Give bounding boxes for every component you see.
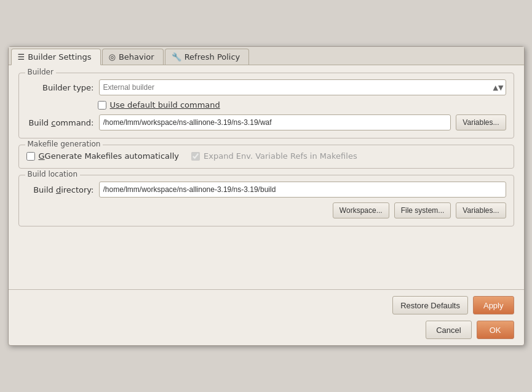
restore-defaults-button[interactable]: Restore Defaults: [392, 296, 468, 314]
tab-behavior-label: Behavior: [119, 52, 154, 62]
builder-section: Builder Builder type: ▲▼ Use default bui…: [18, 73, 514, 138]
builder-settings-icon: ☰: [18, 52, 25, 62]
build-command-label: Build command:: [26, 118, 94, 127]
makefile-section: Makefile generation GGenerate Makefiles …: [18, 145, 514, 169]
builder-type-label: Builder type:: [26, 83, 94, 92]
expand-env-row: Expand Env. Variable Refs in Makefiles: [191, 151, 357, 161]
expand-env-label: Expand Env. Variable Refs in Makefiles: [204, 151, 357, 161]
build-location-section-label: Build location: [25, 170, 81, 178]
file-system-button[interactable]: File system...: [394, 202, 451, 218]
action-row: Cancel OK: [18, 321, 514, 339]
build-location-buttons-row: Workspace... File system... Variables...: [26, 202, 506, 218]
generate-makefiles-label: GGenerate Makefiles automatically: [39, 151, 180, 161]
tab-behavior[interactable]: ◎ Behavior: [102, 49, 164, 65]
tab-refresh-policy[interactable]: 🔧 Refresh Policy: [165, 49, 250, 65]
builder-type-input[interactable]: [99, 79, 506, 95]
tab-builder-settings-label: Builder Settings: [28, 52, 91, 62]
cancel-button[interactable]: Cancel: [426, 321, 471, 339]
use-default-label: Use default build command: [110, 100, 220, 110]
makefile-row: GGenerate Makefiles automatically Expand…: [26, 151, 506, 161]
generate-makefiles-checkbox[interactable]: [26, 152, 35, 161]
build-command-input[interactable]: [99, 114, 451, 130]
makefile-section-label: Makefile generation: [25, 140, 103, 148]
expand-env-checkbox: [191, 152, 200, 161]
tab-refresh-policy-label: Refresh Policy: [185, 52, 240, 62]
generate-makefiles-row: GGenerate Makefiles automatically: [26, 151, 180, 161]
tab-builder-settings[interactable]: ☰ Builder Settings: [11, 49, 101, 65]
restore-row: Restore Defaults Apply: [18, 296, 514, 314]
ok-button[interactable]: OK: [477, 321, 514, 339]
dialog: ☰ Builder Settings ◎ Behavior 🔧 Refresh …: [8, 46, 525, 346]
spacer: [18, 233, 514, 282]
build-command-variables-button[interactable]: Variables...: [456, 114, 506, 130]
build-directory-label: Build directory:: [26, 185, 94, 194]
build-location-section: Build location Build directory: Workspac…: [18, 175, 514, 226]
use-default-row: Use default build command: [26, 100, 506, 110]
refresh-policy-icon: 🔧: [172, 52, 181, 62]
bottom-area: Restore Defaults Apply Cancel OK: [9, 289, 524, 345]
build-location-variables-button[interactable]: Variables...: [456, 202, 506, 218]
build-directory-row: Build directory:: [26, 182, 506, 198]
builder-type-row: Builder type: ▲▼: [26, 79, 506, 95]
tab-bar: ☰ Builder Settings ◎ Behavior 🔧 Refresh …: [9, 47, 524, 65]
tab-content: Builder Builder type: ▲▼ Use default bui…: [9, 65, 524, 289]
behavior-icon: ◎: [109, 52, 116, 62]
use-default-checkbox[interactable]: [98, 101, 106, 110]
builder-section-label: Builder: [25, 68, 56, 76]
apply-button[interactable]: Apply: [473, 296, 514, 314]
builder-type-combo-wrapper: ▲▼: [99, 79, 506, 95]
build-command-row: Build command: Variables...: [26, 114, 506, 130]
workspace-button[interactable]: Workspace...: [333, 202, 389, 218]
build-directory-input[interactable]: [99, 182, 506, 198]
